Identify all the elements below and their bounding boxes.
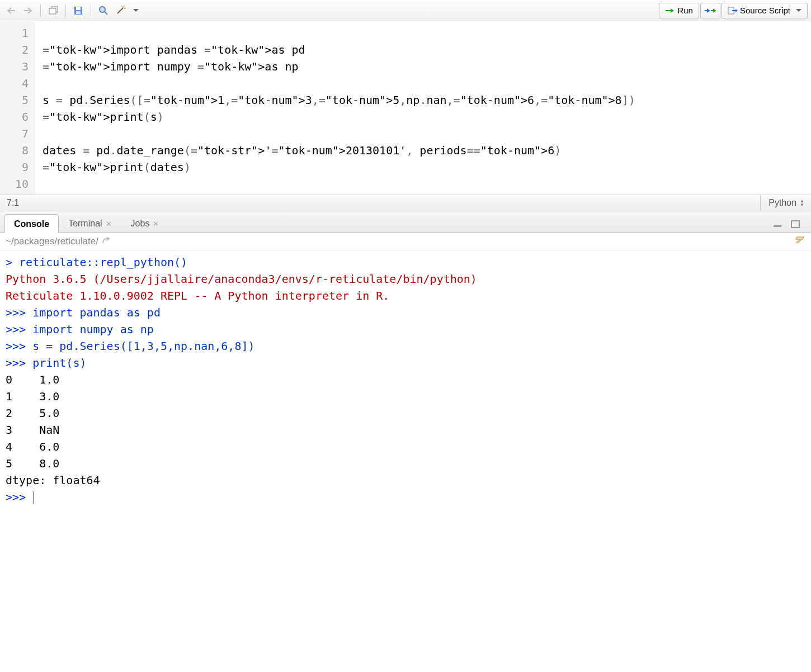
console-line: 3 NaN [6,422,805,438]
code-content[interactable]: ="tok-kw">import pandas ="tok-kw">as pd=… [35,21,811,195]
forward-icon[interactable] [20,3,36,18]
cursor-position: 7:1 [7,198,19,208]
console-line: >>> [6,489,805,505]
save-icon[interactable] [70,3,86,18]
svg-rect-2 [76,7,81,10]
console-line: 5 8.0 [6,455,805,472]
svg-rect-0 [49,8,56,14]
console-line: dtype: float64 [6,472,805,489]
search-icon[interactable] [96,3,111,18]
console-line: >>> import pandas as pd [6,304,805,321]
maximize-icon[interactable] [788,216,803,232]
close-icon[interactable]: ✕ [106,220,112,228]
magic-wand-icon[interactable] [112,3,129,18]
console-output[interactable]: > reticulate::repl_python()Python 3.6.5 … [0,250,811,509]
console-line: 2 5.0 [6,405,805,422]
svg-line-8 [124,6,125,7]
console-line: 1 3.0 [6,388,805,405]
svg-rect-15 [791,221,799,228]
run-button[interactable]: Run [659,3,699,18]
console-line: 0 1.0 [6,371,805,388]
editor-toolbar: Run Source Script [0,0,811,21]
clear-console-icon[interactable] [794,235,805,248]
toolbar-separator [40,4,41,17]
toolbar-separator [65,4,66,17]
console-tabs: ConsoleTerminal✕Jobs✕ [0,211,811,233]
tab-console[interactable]: Console [4,214,59,233]
console-line: > reticulate::repl_python() [6,254,805,271]
source-script-button[interactable]: Source Script [722,3,808,18]
svg-line-6 [117,8,123,13]
svg-line-10 [121,6,122,7]
tab-terminal[interactable]: Terminal✕ [59,214,121,232]
svg-rect-14 [774,225,781,227]
rerun-button[interactable] [700,3,720,18]
updown-icon: ▲▼ [800,199,804,207]
go-to-dir-icon[interactable] [102,236,111,247]
console-line: Python 3.6.5 (/Users/jjallaire/anaconda3… [6,271,805,287]
show-in-new-window-icon[interactable] [45,3,61,18]
source-script-label: Source Script [740,6,790,15]
back-icon[interactable] [3,3,19,18]
line-number-gutter: 12345678910 [0,21,35,195]
run-label: Run [677,6,693,15]
language-selector[interactable]: Python ▲▼ [760,195,804,211]
console-line: >>> print(s) [6,354,805,371]
editor-statusbar: 7:1 Python ▲▼ [0,195,811,211]
svg-line-5 [105,12,107,15]
wand-dropdown-icon[interactable] [130,3,142,18]
console-line: >>> s = pd.Series([1,3,5,np.nan,6,8]) [6,338,805,354]
console-pathbar: ~/packages/reticulate/ [0,233,811,250]
console-line: 4 6.0 [6,438,805,455]
tab-label: Console [14,219,49,229]
console-path: ~/packages/reticulate/ [6,236,98,247]
console-line: Reticulate 1.10.0.9002 REPL -- A Python … [6,287,805,304]
tab-label: Jobs [131,219,150,229]
console-line: >>> import numpy as np [6,321,805,338]
minimize-icon[interactable] [770,216,785,232]
language-label: Python [768,198,796,208]
code-editor[interactable]: 12345678910 ="tok-kw">import pandas ="to… [0,21,811,195]
svg-rect-3 [76,11,81,14]
toolbar-separator [91,4,91,17]
tab-jobs[interactable]: Jobs✕ [121,214,169,232]
svg-point-4 [100,7,105,12]
close-icon[interactable]: ✕ [153,220,159,228]
tab-label: Terminal [68,219,102,229]
